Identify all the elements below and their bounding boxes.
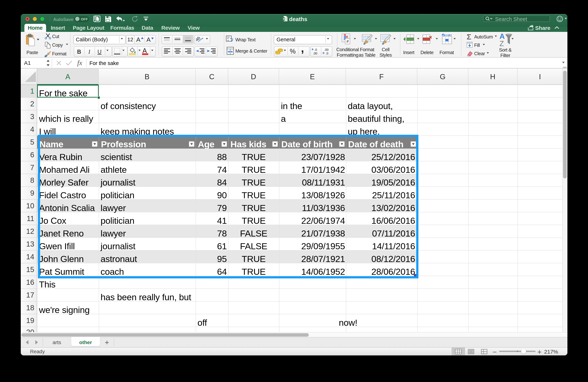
svg-text:.0: .0 xyxy=(315,48,317,52)
svg-text:X: X xyxy=(283,18,285,20)
svg-text:.00: .00 xyxy=(313,52,317,55)
svg-text:.00: .00 xyxy=(324,48,329,52)
svg-text:≠: ≠ xyxy=(346,39,349,44)
svg-text:.0: .0 xyxy=(326,52,328,55)
